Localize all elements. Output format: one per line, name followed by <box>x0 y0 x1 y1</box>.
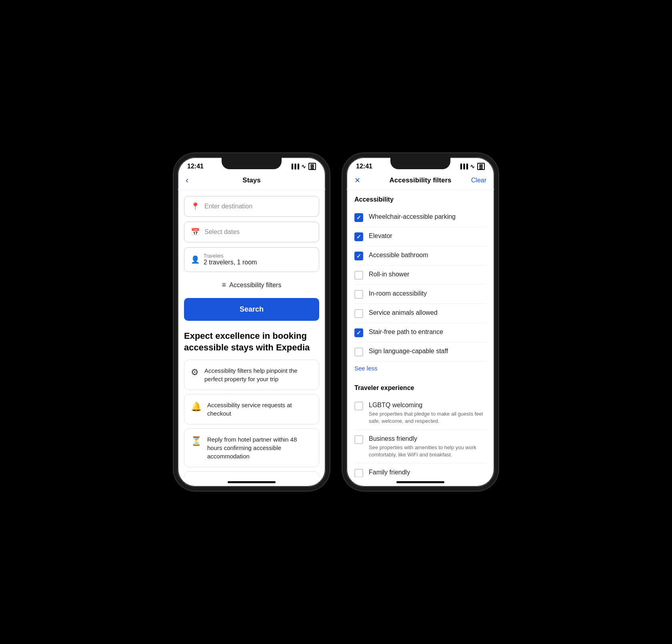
status-time-2: 12:41 <box>356 163 372 170</box>
wifi-icon-1: ∿ <box>301 163 306 170</box>
traveler-experience-section-title: Traveler experience <box>354 384 486 392</box>
label-family: Family friendly <box>369 468 486 477</box>
signal-icon-1: ▐▐▐ <box>290 164 299 169</box>
checkbox-lgbtq[interactable] <box>354 402 363 410</box>
filter-title: Accessibility filters <box>390 176 452 184</box>
travelers-input[interactable]: 👤 Travelers 2 travelers, 1 room <box>184 247 319 272</box>
status-time-1: 12:41 <box>187 163 204 170</box>
filter-item-lgbtq[interactable]: LGBTQ welcoming See properties that pled… <box>354 396 486 430</box>
close-button[interactable]: ✕ <box>354 176 360 185</box>
status-icons-1: ▐▐▐ ∿ ▓ <box>290 163 316 170</box>
notch-1 <box>222 157 282 169</box>
feature-text-0: Accessiblity filters help pinpoint the p… <box>204 366 312 383</box>
travelers-value: 2 travelers, 1 room <box>204 259 257 266</box>
filter-item-family[interactable]: Family friendly See properties that incl… <box>354 464 486 477</box>
nav-bar-1: ‹ Stays <box>178 172 326 190</box>
label-sign-language: Sign language-capable staff <box>369 347 448 356</box>
filter-item-business[interactable]: Business friendly See properties with am… <box>354 430 486 464</box>
feature-card-0: ⚙ Accessiblity filters help pinpoint the… <box>184 360 319 390</box>
phone-2: 12:41 ▐▐▐ ∿ ▓ ✕ Accessibility filters Cl… <box>342 153 498 491</box>
back-button[interactable]: ‹ <box>186 175 188 186</box>
feature-card-3: 🎧 Accessibility-trained customer support… <box>184 471 319 477</box>
sublabel-lgbtq: See properties that pledge to make all g… <box>369 410 486 425</box>
label-stairfree: Stair-free path to entrance <box>369 328 443 336</box>
destination-placeholder: Enter destination <box>204 203 252 210</box>
bell-icon: 🔔 <box>191 402 202 412</box>
location-icon: 📍 <box>191 202 200 211</box>
search-button[interactable]: Search <box>184 298 319 321</box>
dates-placeholder: Select dates <box>204 228 240 236</box>
clear-button[interactable]: Clear <box>471 177 486 184</box>
label-wheelchair-parking: Wheelchair-accessible parking <box>369 213 456 221</box>
label-inroom-access: In-room accessibility <box>369 290 427 298</box>
filter-sliders-icon: ≡ <box>222 281 226 289</box>
person-icon: 👤 <box>191 255 200 264</box>
destination-input[interactable]: 📍 Enter destination <box>184 196 319 217</box>
feature-text-1: Accessibility service requests at checko… <box>207 401 312 418</box>
phone-1: 12:41 ▐▐▐ ∿ ▓ ‹ Stays 📍 Enter destinatio… <box>174 153 330 491</box>
filter-item-sign-language[interactable]: Sign language-capable staff <box>354 342 486 362</box>
label-business: Business friendly <box>369 435 486 443</box>
accessibility-filters-button[interactable]: ≡ Accessibility filters <box>184 277 319 293</box>
timer-icon: ⏳ <box>191 436 202 446</box>
sublabel-business: See properties with amenities to help yo… <box>369 444 486 458</box>
checkbox-family[interactable] <box>354 469 363 477</box>
signal-icon-2: ▐▐▐ <box>459 164 468 169</box>
checkbox-service-animals[interactable] <box>354 309 363 318</box>
status-icons-2: ▐▐▐ ∿ ▓ <box>459 163 485 170</box>
home-indicator-2 <box>346 477 494 487</box>
filter-item-accessible-bathroom[interactable]: Accessible bathroom <box>354 246 486 266</box>
checkbox-rollin-shower[interactable] <box>354 271 363 280</box>
see-less-button[interactable]: See less <box>354 362 486 378</box>
notch-2 <box>390 157 450 169</box>
feature-text-2: Reply from hotel partner within 48 hours… <box>207 435 312 460</box>
checkbox-inroom-access[interactable] <box>354 290 363 299</box>
filter-item-wheelchair-parking[interactable]: Wheelchair-accessible parking <box>354 208 486 227</box>
label-service-animals: Service animals allowed <box>369 309 438 317</box>
dates-input[interactable]: 📅 Select dates <box>184 222 319 242</box>
filter-icon: ⚙ <box>191 367 199 378</box>
battery-icon-2: ▓ <box>477 163 485 170</box>
page-title-stays: Stays <box>242 176 260 184</box>
checkbox-accessible-bathroom[interactable] <box>354 252 363 260</box>
travelers-label: Travelers <box>204 253 257 259</box>
checkbox-elevator[interactable] <box>354 232 363 241</box>
filter-item-elevator[interactable]: Elevator <box>354 227 486 246</box>
filter-item-stairfree[interactable]: Stair-free path to entrance <box>354 323 486 342</box>
filter-item-rollin-shower[interactable]: Roll-in shower <box>354 266 486 285</box>
filter-nav-bar: ✕ Accessibility filters Clear <box>346 172 494 190</box>
excellence-heading: Expect excellence in booking accessible … <box>184 330 319 353</box>
feature-card-1: 🔔 Accessibility service requests at chec… <box>184 394 319 424</box>
label-elevator: Elevator <box>369 232 392 240</box>
label-lgbtq: LGBTQ welcoming <box>369 401 486 410</box>
calendar-icon: 📅 <box>191 228 200 236</box>
accessibility-section-title: Accessibility <box>354 196 486 203</box>
home-indicator-1 <box>178 477 326 487</box>
checkbox-stairfree[interactable] <box>354 328 363 337</box>
checkbox-wheelchair-parking[interactable] <box>354 213 363 222</box>
filter-item-inroom-access[interactable]: In-room accessibility <box>354 285 486 304</box>
label-rollin-shower: Roll-in shower <box>369 270 409 279</box>
checkbox-sign-language[interactable] <box>354 348 363 356</box>
filter-content-scroll[interactable]: Accessibility Wheelchair-accessible park… <box>346 190 494 477</box>
search-content: 📍 Enter destination 📅 Select dates 👤 Tra… <box>178 190 326 477</box>
feature-card-2: ⏳ Reply from hotel partner within 48 hou… <box>184 428 319 467</box>
wifi-icon-2: ∿ <box>470 163 475 170</box>
checkbox-business[interactable] <box>354 435 363 444</box>
battery-icon-1: ▓ <box>308 163 316 170</box>
label-accessible-bathroom: Accessible bathroom <box>369 251 428 260</box>
filter-item-service-animals[interactable]: Service animals allowed <box>354 304 486 323</box>
accessibility-filters-label: Accessibility filters <box>229 282 281 289</box>
